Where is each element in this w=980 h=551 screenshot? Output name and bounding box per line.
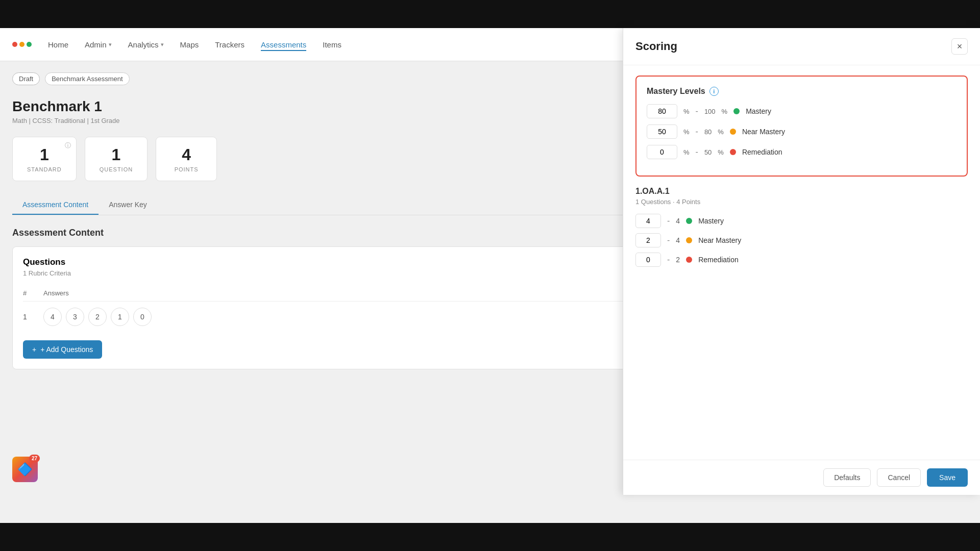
- standard-row-mastery: - 4 Mastery: [635, 214, 968, 228]
- standard-subtitle: 1 Questions · 4 Points: [635, 198, 968, 206]
- answer-chip-1[interactable]: 1: [111, 308, 129, 326]
- mastery-levels-title: Mastery Levels i: [647, 87, 957, 96]
- nav-maps[interactable]: Maps: [180, 38, 199, 51]
- std-dash-1: -: [667, 216, 670, 226]
- mastery-dot-green: [733, 108, 740, 114]
- mastery-from-pct: %: [683, 108, 690, 115]
- stat-points-label: POINTS: [170, 166, 202, 172]
- standard-code: 1.OA.A.1: [635, 187, 968, 196]
- nav-home[interactable]: Home: [48, 38, 68, 51]
- col-hash: #: [23, 289, 43, 297]
- scoring-panel-footer: Defaults Cancel Save: [623, 460, 980, 495]
- tab-assessment-content[interactable]: Assessment Content: [12, 195, 99, 215]
- add-questions-button[interactable]: + + Add Questions: [23, 340, 102, 359]
- near-mastery-from-pct: %: [683, 128, 690, 136]
- stat-info-icon[interactable]: ⓘ: [65, 141, 71, 150]
- mastery-to-pct-1: %: [722, 108, 728, 115]
- stat-points-value: 4: [170, 145, 202, 164]
- mastery-row-near-mastery: % - 80 % Near Mastery: [647, 124, 957, 139]
- analytics-chevron-icon: ▾: [161, 41, 164, 48]
- mastery-levels-info-icon[interactable]: i: [709, 87, 719, 96]
- admin-chevron-icon: ▾: [109, 41, 112, 48]
- mastery-from-input[interactable]: [647, 104, 677, 118]
- mastery-row-remediation: % - 50 % Remediation: [647, 145, 957, 159]
- mastery-to-val-1: 100: [704, 108, 716, 115]
- near-mastery-to-pct: %: [718, 128, 724, 136]
- mastery-dash-3: -: [696, 147, 698, 157]
- nav-trackers[interactable]: Trackers: [215, 38, 244, 51]
- logo-dot-1: [12, 42, 17, 47]
- cancel-button[interactable]: Cancel: [877, 468, 921, 487]
- top-bar: [0, 0, 980, 28]
- nav-admin[interactable]: Admin ▾: [85, 38, 112, 51]
- std-label-remediation: Remediation: [698, 256, 739, 264]
- std-dot-orange: [686, 237, 692, 243]
- question-number: 1: [23, 313, 43, 321]
- stat-question-label: QUESTION: [100, 166, 133, 172]
- stat-points: 4 POINTS: [156, 137, 217, 181]
- bottom-bar: [0, 523, 980, 551]
- mastery-dot-red: [730, 149, 736, 155]
- std-near-mastery-from-input[interactable]: [635, 233, 661, 247]
- std-dash-2: -: [667, 236, 670, 245]
- avatar[interactable]: 🔷 27: [12, 457, 38, 482]
- std-remediation-to-val: 2: [676, 256, 680, 264]
- section-title-text: Assessment Content: [12, 228, 104, 238]
- near-mastery-to-val: 80: [704, 128, 712, 136]
- logo-dot-2: [19, 42, 24, 47]
- standard-section: 1.OA.A.1 1 Questions · 4 Points - 4 Mast…: [635, 187, 968, 272]
- std-label-mastery: Mastery: [698, 217, 724, 225]
- avatar-badge: 27: [29, 455, 40, 462]
- close-scoring-panel-button[interactable]: ×: [951, 38, 968, 55]
- defaults-button[interactable]: Defaults: [823, 468, 871, 487]
- near-mastery-from-input[interactable]: [647, 124, 677, 139]
- logo-dot-3: [27, 42, 32, 47]
- save-button[interactable]: Save: [927, 468, 968, 487]
- remediation-from-pct: %: [683, 148, 690, 156]
- nav-analytics[interactable]: Analytics ▾: [128, 38, 164, 51]
- std-dash-3: -: [667, 255, 670, 264]
- draft-tag[interactable]: Draft: [12, 72, 40, 85]
- std-mastery-from-input[interactable]: [635, 214, 661, 228]
- benchmark-tag[interactable]: Benchmark Assessment: [45, 72, 129, 85]
- std-dot-green: [686, 218, 692, 224]
- standard-row-remediation: - 2 Remediation: [635, 253, 968, 267]
- nav-assessments[interactable]: Assessments: [261, 38, 306, 51]
- mastery-dot-orange: [730, 129, 736, 135]
- mastery-dash-1: -: [696, 107, 698, 116]
- std-label-near-mastery: Near Mastery: [698, 236, 741, 244]
- scoring-panel-title: Scoring: [635, 40, 677, 53]
- mastery-row-mastery: % - 100 % Mastery: [647, 104, 957, 118]
- tab-answer-key[interactable]: Answer Key: [99, 195, 157, 215]
- stat-question: 1 QUESTION: [85, 137, 148, 181]
- stat-standard: ⓘ 1 STANDARD: [12, 137, 77, 181]
- std-near-mastery-to-val: 4: [676, 236, 680, 244]
- stat-standard-label: STANDARD: [27, 166, 62, 172]
- mastery-label-mastery: Mastery: [746, 107, 771, 115]
- mastery-label-near-mastery: Near Mastery: [742, 128, 785, 136]
- mastery-label-remediation: Remediation: [742, 148, 782, 156]
- std-dot-red: [686, 257, 692, 263]
- remediation-to-val: 50: [704, 148, 712, 156]
- remediation-from-input[interactable]: [647, 145, 677, 159]
- logo[interactable]: [12, 42, 32, 47]
- scoring-panel-header: Scoring ×: [623, 28, 980, 65]
- std-remediation-from-input[interactable]: [635, 253, 661, 267]
- plus-icon: +: [32, 345, 36, 354]
- mastery-dash-2: -: [696, 127, 698, 136]
- answer-chip-4[interactable]: 4: [43, 308, 62, 326]
- standard-row-near-mastery: - 4 Near Mastery: [635, 233, 968, 247]
- nav-items[interactable]: Items: [323, 38, 341, 51]
- stat-standard-value: 1: [27, 145, 62, 164]
- answer-chip-0[interactable]: 0: [133, 308, 152, 326]
- answer-chip-3[interactable]: 3: [66, 308, 84, 326]
- remediation-to-pct: %: [718, 148, 724, 156]
- stat-question-value: 1: [100, 145, 133, 164]
- scoring-panel: Scoring × Mastery Levels i % - 100 % Mas…: [623, 28, 980, 495]
- answer-chip-2[interactable]: 2: [88, 308, 107, 326]
- mastery-levels-section: Mastery Levels i % - 100 % Mastery % - 8…: [635, 76, 968, 177]
- std-mastery-to-val: 4: [676, 217, 680, 225]
